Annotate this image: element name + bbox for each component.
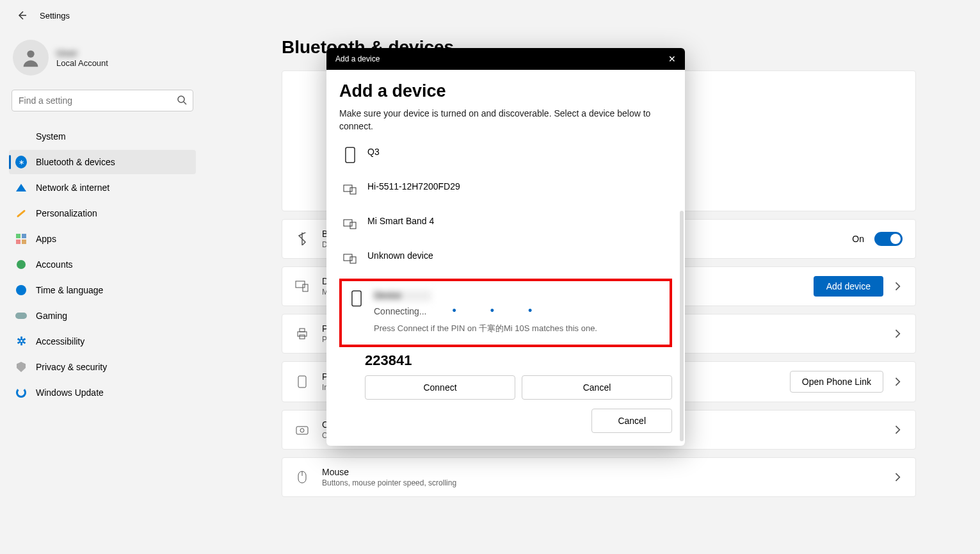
svg-rect-13	[346, 147, 355, 163]
device-label: Hi-5511-12H7200FD29	[367, 181, 460, 191]
device-list: Q3 Hi-5511-12H7200FD29 Mi Smart Band 4 U…	[339, 138, 672, 400]
add-device-modal: Add a device ✕ Add a device Make sure yo…	[326, 48, 685, 446]
device-generic-icon	[343, 216, 357, 232]
device-label: Unknown device	[367, 250, 433, 261]
modal-cancel-button[interactable]: Cancel	[591, 409, 672, 433]
modal-description: Make sure your device is turned on and d…	[339, 108, 672, 133]
device-item-connecting[interactable]: Device Connecting... • • • Press Connect…	[346, 288, 666, 337]
modal-heading: Add a device	[339, 81, 672, 101]
pairing-pin: 223841	[365, 352, 672, 369]
device-label: Mi Smart Band 4	[367, 216, 434, 226]
phone-icon	[349, 290, 364, 307]
pair-cancel-button[interactable]: Cancel	[522, 375, 672, 400]
svg-rect-14	[344, 185, 352, 191]
svg-rect-17	[350, 222, 356, 229]
svg-rect-19	[350, 257, 356, 263]
connecting-hint: Press Connect if the PIN on 千寒的Mi 10S ma…	[374, 323, 662, 334]
modal-titlebar-text: Add a device	[335, 54, 380, 63]
modal-overlay: Add a device ✕ Add a device Make sure yo…	[0, 0, 980, 554]
progress-dots-icon: • • •	[427, 304, 548, 318]
device-item[interactable]: Hi-5511-12H7200FD29	[339, 172, 672, 207]
svg-rect-18	[344, 254, 352, 261]
device-item[interactable]: Q3	[339, 138, 672, 172]
connect-button[interactable]: Connect	[365, 375, 515, 400]
svg-rect-20	[352, 291, 361, 306]
connecting-device-name: Device	[374, 290, 431, 302]
device-generic-icon	[343, 181, 357, 198]
close-button[interactable]: ✕	[668, 54, 676, 64]
device-generic-icon	[343, 250, 357, 267]
device-item[interactable]: Unknown device	[339, 241, 672, 276]
modal-titlebar: Add a device ✕	[326, 48, 685, 70]
connecting-status: Connecting...	[374, 306, 427, 316]
connecting-device-box: Device Connecting... • • • Press Connect…	[339, 279, 672, 347]
device-item[interactable]: Mi Smart Band 4	[339, 207, 672, 241]
svg-rect-15	[350, 188, 356, 194]
svg-rect-16	[344, 220, 352, 226]
device-label: Q3	[367, 147, 380, 157]
phone-icon	[343, 147, 357, 163]
scrollbar[interactable]	[680, 211, 684, 441]
